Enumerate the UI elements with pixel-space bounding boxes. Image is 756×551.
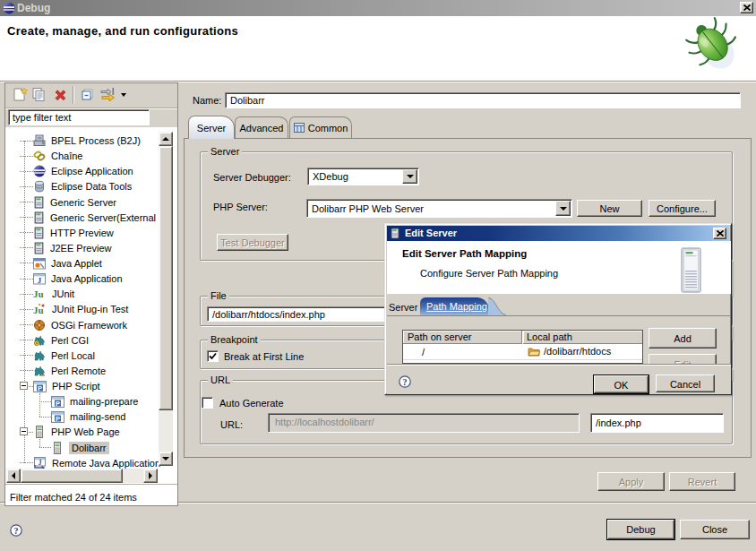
svg-text:Ju: Ju <box>33 288 44 299</box>
